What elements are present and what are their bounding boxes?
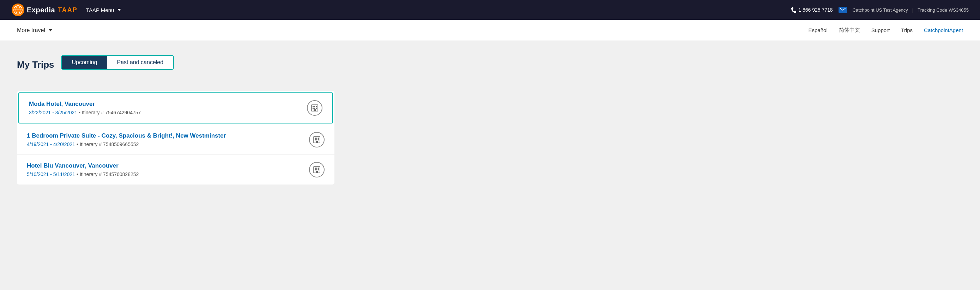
svg-rect-21	[316, 141, 318, 143]
phone-icon	[791, 7, 796, 13]
hotel-icon-1	[307, 100, 323, 116]
agency-name: Catchpoint US Test Agency	[853, 7, 908, 13]
title-row: My Trips Upcoming Past and canceled	[17, 55, 963, 81]
trip-itinerary-text-1: Itinerary # 7546742904757	[82, 110, 141, 115]
logo-area: Expedia TAAP	[11, 3, 78, 17]
trip-itinerary-1: •	[79, 110, 80, 115]
table-row[interactable]: Hotel Blu Vancouver, Vancouver 5/10/2021…	[17, 155, 334, 185]
tabs-container: Upcoming Past and canceled	[61, 55, 174, 70]
chinese-link[interactable]: 简体中文	[839, 27, 860, 33]
phone-area: 1 866 925 7718	[791, 7, 832, 13]
trips-link[interactable]: Trips	[901, 27, 913, 33]
trip-name-3: Hotel Blu Vancouver, Vancouver	[27, 162, 138, 169]
trip-itinerary-3: •	[76, 172, 78, 177]
svg-rect-24	[317, 167, 318, 169]
trip-info-3: Hotel Blu Vancouver, Vancouver 5/10/2021…	[27, 162, 138, 177]
trip-details-2: 4/19/2021 - 4/20/2021 • Itinerary # 7548…	[27, 142, 226, 147]
svg-rect-7	[313, 106, 313, 107]
trip-dates-3: 5/10/2021 - 5/11/2021	[27, 172, 75, 177]
phone-number: 1 866 925 7718	[798, 7, 832, 13]
catchpoint-agent-link[interactable]: CatchpointAgent	[924, 27, 963, 33]
expedia-globe-icon	[11, 3, 25, 17]
agency-info: Catchpoint US Test Agency | Tracking Cod…	[853, 7, 969, 13]
email-icon[interactable]	[838, 7, 847, 13]
building-icon-2	[313, 135, 321, 144]
table-row[interactable]: Moda Hotel, Vancouver 3/22/2021 - 3/25/2…	[18, 92, 333, 123]
expedia-logo[interactable]: Expedia	[11, 3, 55, 17]
trip-details-3: 5/10/2021 - 5/11/2021 • Itinerary # 7545…	[27, 172, 138, 177]
taap-menu-button[interactable]: TAAP Menu	[86, 7, 121, 13]
secondary-nav: More travel Español 简体中文 Support Trips C…	[0, 20, 980, 41]
trip-itinerary-2: •	[76, 142, 78, 147]
more-travel-button[interactable]: More travel	[17, 27, 52, 33]
secondary-nav-left: More travel	[17, 27, 52, 33]
svg-rect-20	[318, 139, 319, 140]
expedia-wordmark: Expedia	[27, 6, 55, 14]
table-row[interactable]: 1 Bedroom Private Suite - Cozy, Spacious…	[17, 125, 334, 155]
svg-rect-8	[314, 106, 315, 107]
taap-label: TAAP	[58, 6, 78, 14]
top-bar: Expedia TAAP TAAP Menu 1 866 925 7718 Ca…	[0, 0, 980, 20]
trip-itinerary-text-2: Itinerary # 7548509665552	[80, 142, 138, 147]
svg-rect-26	[315, 169, 316, 170]
trip-name-1: Moda Hotel, Vancouver	[29, 100, 141, 108]
trips-list: Moda Hotel, Vancouver 3/22/2021 - 3/25/2…	[17, 91, 334, 185]
email-envelope-icon	[840, 8, 846, 12]
svg-rect-16	[317, 138, 318, 139]
trip-dates-2: 4/19/2021 - 4/20/2021	[27, 142, 75, 147]
tracking-code: Tracking Code WS34055	[918, 7, 969, 13]
svg-rect-27	[317, 169, 318, 170]
svg-rect-10	[313, 108, 313, 109]
page-title: My Trips	[17, 59, 54, 70]
secondary-nav-right: Español 简体中文 Support Trips CatchpointAge…	[808, 27, 963, 33]
trip-itinerary-text-3: Itinerary # 7545760828252	[80, 172, 138, 177]
svg-rect-25	[318, 167, 319, 169]
top-bar-left: Expedia TAAP TAAP Menu	[11, 3, 121, 17]
trip-info-1: Moda Hotel, Vancouver 3/22/2021 - 3/25/2…	[29, 100, 141, 115]
hotel-icon-2	[309, 132, 325, 147]
svg-rect-9	[316, 106, 317, 107]
top-bar-right: 1 866 925 7718 Catchpoint US Test Agency…	[791, 7, 969, 13]
tab-upcoming[interactable]: Upcoming	[62, 56, 107, 69]
trip-name-2: 1 Bedroom Private Suite - Cozy, Spacious…	[27, 132, 226, 139]
svg-rect-19	[317, 139, 318, 140]
trip-dates-1: 3/22/2021 - 3/25/2021	[29, 110, 77, 115]
divider: |	[912, 7, 913, 13]
svg-rect-13	[313, 109, 316, 111]
hotel-icon-3	[309, 162, 325, 177]
trip-info-2: 1 Bedroom Private Suite - Cozy, Spacious…	[27, 132, 226, 147]
tab-past[interactable]: Past and canceled	[107, 56, 173, 69]
building-icon-3	[313, 166, 321, 174]
more-travel-chevron-icon	[49, 29, 52, 32]
svg-rect-18	[315, 139, 316, 140]
svg-rect-11	[314, 108, 315, 109]
svg-rect-15	[315, 138, 316, 139]
svg-rect-28	[318, 169, 319, 170]
svg-rect-23	[315, 167, 316, 169]
svg-rect-29	[316, 171, 318, 173]
trip-details-1: 3/22/2021 - 3/25/2021 • Itinerary # 7546…	[29, 110, 141, 115]
main-content: My Trips Upcoming Past and canceled Moda…	[0, 41, 980, 290]
svg-rect-17	[318, 138, 319, 139]
espanol-link[interactable]: Español	[808, 27, 827, 33]
building-icon-1	[310, 104, 319, 112]
support-link[interactable]: Support	[871, 27, 890, 33]
taap-menu-chevron-icon	[118, 9, 121, 11]
svg-rect-12	[316, 108, 317, 109]
